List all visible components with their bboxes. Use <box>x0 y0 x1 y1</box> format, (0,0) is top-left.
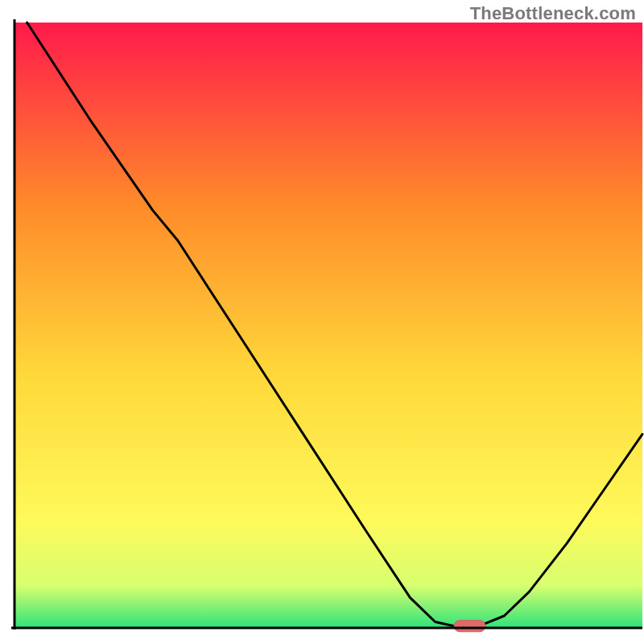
optimum-marker <box>454 621 485 632</box>
plot-background <box>14 23 642 628</box>
bottleneck-chart <box>0 0 644 644</box>
